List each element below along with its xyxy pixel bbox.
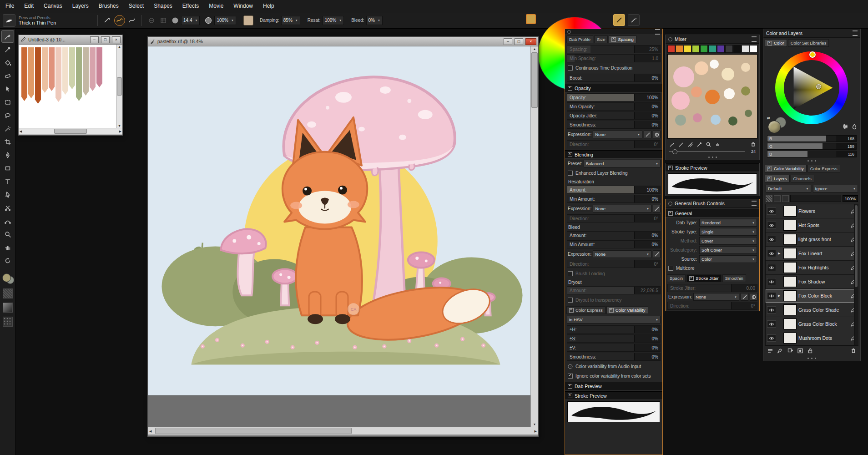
composite-method-dropdown[interactable]: Default <box>766 185 811 192</box>
new-mask-icon[interactable] <box>797 348 803 356</box>
panel-menu-icon[interactable] <box>752 201 757 206</box>
dirty-brush-icon[interactable] <box>668 141 676 148</box>
clone-color-icon[interactable] <box>146 15 156 25</box>
rect-select-tool[interactable] <box>2 96 14 108</box>
color-set-stripe[interactable] <box>76 47 82 101</box>
grabber-tool[interactable] <box>2 242 14 253</box>
composite-depth-dropdown[interactable]: Ignore <box>813 185 858 192</box>
layer-visibility-icon[interactable] <box>767 292 776 299</box>
mixer-paint-blob[interactable] <box>691 86 702 97</box>
slider-row[interactable]: Opacity Jitter: 0% <box>567 111 661 120</box>
mixer-paint-blob[interactable] <box>711 115 721 125</box>
slider-row[interactable]: Amount: 22,026.5 <box>567 286 661 294</box>
scroll-left-icon[interactable] <box>20 130 22 133</box>
freehand-stroke-icon[interactable] <box>114 15 125 26</box>
slider-row[interactable]: Smoothness: 0% <box>567 121 661 129</box>
slider-row[interactable]: ±H: 0% <box>567 325 661 334</box>
scroll-right-icon[interactable] <box>119 130 121 133</box>
slider-row[interactable]: Smoothness: 0% <box>567 353 661 361</box>
expression-graph-icon[interactable] <box>653 205 661 212</box>
ignore-color-variability-row[interactable]: Ignore color variability from color sets <box>568 372 660 380</box>
dropper-tool[interactable] <box>2 44 14 56</box>
mixer-titlebar[interactable]: Mixer <box>666 35 759 44</box>
paper-texture-swatch[interactable] <box>243 15 253 25</box>
magic-wand-tool[interactable] <box>2 123 14 135</box>
checkbox-icon[interactable] <box>668 266 673 271</box>
lock-layer-icon[interactable] <box>807 348 813 356</box>
panel-menu-icon[interactable] <box>752 36 757 42</box>
dryout-transparency-row[interactable]: Dryout to transparency <box>568 296 660 304</box>
panel-tab[interactable]: Color <box>765 39 787 47</box>
mixer-swatch[interactable] <box>750 45 757 53</box>
setting-dropdown[interactable]: Rendered <box>699 219 757 227</box>
scroll-thumb[interactable] <box>155 428 352 434</box>
slider-row[interactable]: Min Opacity: 0% <box>567 102 661 111</box>
panel-menu-icon[interactable] <box>655 29 660 35</box>
panel-collapse-icon[interactable] <box>668 202 672 206</box>
scroll-down-icon[interactable] <box>533 423 536 426</box>
mixer-swatch[interactable] <box>717 45 725 53</box>
layer-visibility-icon[interactable] <box>767 264 776 271</box>
mixer-paint-blob[interactable] <box>722 68 734 81</box>
pattern-library-swatch[interactable] <box>3 317 13 327</box>
setting-dropdown[interactable]: Soft Cover <box>699 246 757 254</box>
checkbox-icon[interactable] <box>568 271 573 276</box>
magnifier-tool[interactable] <box>2 228 14 240</box>
main-color-swatch[interactable] <box>768 121 781 133</box>
scroll-thumb[interactable] <box>531 52 538 108</box>
mixer-swatch[interactable] <box>742 45 749 53</box>
menu-item[interactable]: Movie <box>209 3 223 9</box>
mixer-paint-blob[interactable] <box>705 90 720 104</box>
hsv-mode-dropdown[interactable]: in HSV <box>567 316 661 324</box>
color-ring-icon[interactable] <box>526 14 536 24</box>
bleed-dropdown[interactable]: 0% <box>366 16 383 25</box>
minimize-button[interactable] <box>90 36 99 43</box>
expression-dropdown[interactable]: None <box>593 131 642 138</box>
mixer-paint-blob[interactable] <box>695 61 708 75</box>
slider-row[interactable]: Spacing: 25% <box>567 45 661 53</box>
slider-row[interactable]: Min Amount: 0% <box>567 240 661 248</box>
scroll-thumb[interactable] <box>54 129 87 134</box>
trash-icon[interactable] <box>749 141 757 148</box>
menu-item[interactable]: Canvas <box>44 3 62 9</box>
scroll-thumb[interactable] <box>117 77 122 96</box>
expression-graph-icon[interactable] <box>741 293 748 301</box>
swap-colors-icon[interactable]: ⇄ <box>767 116 770 120</box>
stroke-preview-header[interactable]: Stroke Preview <box>565 391 662 400</box>
panel-tab[interactable]: Dab Profile <box>566 35 593 43</box>
color-set-stripe[interactable] <box>49 47 55 91</box>
slider-row[interactable]: Min Spacing: 1.0 <box>567 54 661 62</box>
delete-layer-icon[interactable] <box>850 348 857 356</box>
paint-bucket-tool[interactable] <box>2 57 14 69</box>
panel-drag-strip[interactable] <box>565 29 662 34</box>
pen-tool[interactable] <box>2 149 14 161</box>
menu-item[interactable]: Layers <box>72 3 89 9</box>
primary-color-dot[interactable] <box>2 273 11 282</box>
dab-preview-header[interactable]: Dab Preview <box>565 382 662 390</box>
general-section-header[interactable]: General <box>666 209 759 217</box>
menu-item[interactable]: Shapes <box>154 3 172 9</box>
color-set-stripe[interactable] <box>28 47 34 98</box>
color-set-stripe[interactable] <box>35 47 41 104</box>
straight-stroke-icon[interactable] <box>127 15 137 25</box>
panel-tab[interactable]: Color Variability <box>765 165 807 172</box>
mixer-zoom-slider[interactable]: 24 <box>669 149 756 154</box>
preset-dropdown[interactable]: Balanced <box>584 160 661 167</box>
panel-collapse-icon[interactable] <box>668 37 672 41</box>
scroll-up-icon[interactable] <box>118 45 121 48</box>
scissors-tool[interactable] <box>2 202 14 214</box>
brush-selector[interactable]: Pens and Pencils Thick n Thin Pen <box>3 14 94 27</box>
layer-visibility-icon[interactable] <box>767 222 776 229</box>
new-layer-icon[interactable] <box>787 348 793 356</box>
resat-dropdown[interactable]: 100% <box>323 16 344 25</box>
layers-scrollbar[interactable] <box>854 204 858 345</box>
mixer-swatch[interactable] <box>692 45 700 53</box>
audio-input-row[interactable]: Color variability from Audio Input <box>568 363 660 370</box>
layer-row[interactable]: Fox Lineart <box>766 247 858 261</box>
scroll-down-icon[interactable] <box>118 124 121 127</box>
canvas-artwork[interactable]: CA <box>148 46 530 395</box>
layer-expander-icon[interactable] <box>778 252 782 255</box>
panel-tab[interactable]: Spacing <box>609 35 636 43</box>
panel-resize-dots[interactable] <box>763 158 860 163</box>
apply-color-icon[interactable] <box>677 141 685 148</box>
